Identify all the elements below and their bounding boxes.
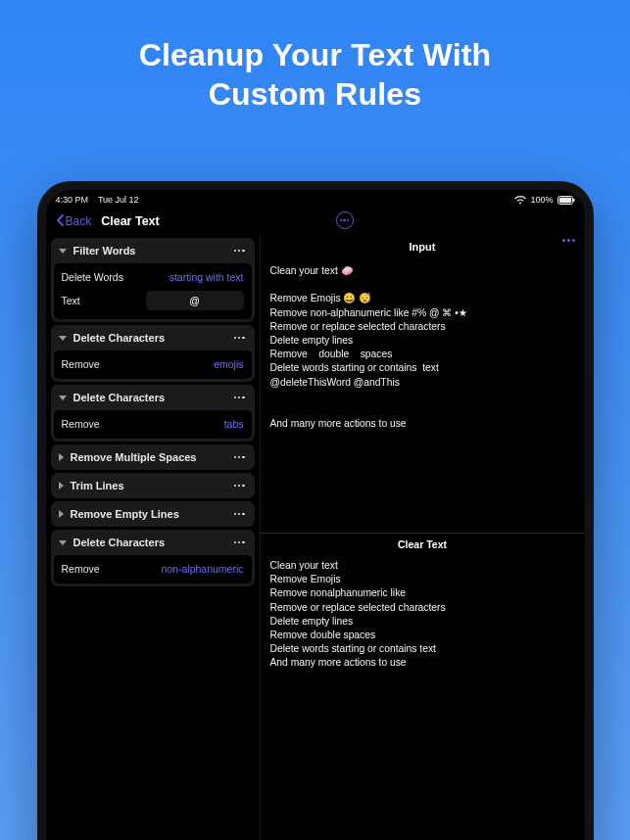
chevron-right-icon[interactable] [59, 482, 64, 490]
svg-rect-1 [558, 197, 570, 202]
rule-row-label: Remove [62, 563, 100, 575]
rule-row-value[interactable]: tabs [224, 418, 244, 430]
input-text-area[interactable]: Clean your text 🧼 Remove Emojis 😀 😴 Remo… [261, 258, 585, 533]
rule-body: Removenon-alphanumeric [54, 555, 252, 583]
rule-card-header[interactable]: Delete Characters [51, 325, 255, 350]
rule-more-button[interactable] [232, 541, 247, 544]
back-button[interactable]: Back [56, 214, 92, 229]
rule-body: Removeemojis [54, 350, 252, 379]
nav-more-button[interactable] [336, 211, 354, 229]
rule-card: Trim Lines [51, 473, 255, 498]
rule-card-header[interactable]: Filter Words [51, 238, 255, 263]
rule-body: Removetabs [54, 410, 252, 439]
rule-row-label: Text [62, 295, 80, 306]
rule-title: Remove Empty Lines [71, 508, 225, 520]
rule-title: Delete Characters [73, 537, 225, 548]
rule-row-value[interactable]: non-alphanumeric [161, 563, 243, 575]
chevron-down-icon[interactable] [59, 249, 67, 254]
rule-card: Filter WordsDelete Wordsstarting with te… [51, 238, 255, 322]
output-text-area: Clean your text Remove Emojis Remove non… [261, 553, 585, 678]
promo-line-1: Cleanup Your Text With [139, 37, 492, 72]
rule-title: Remove Multiple Spaces [71, 451, 225, 463]
rule-more-button[interactable] [232, 485, 247, 488]
chevron-down-icon[interactable] [59, 540, 67, 545]
battery-full-icon [557, 196, 575, 205]
rule-more-button[interactable] [232, 250, 247, 253]
rule-card-header[interactable]: Delete Characters [51, 530, 255, 555]
input-header: Input [261, 235, 585, 258]
input-title: Input [410, 241, 436, 253]
rule-row-label: Delete Words [62, 271, 123, 283]
nav-bar: Back Clear Text [46, 208, 585, 235]
rule-card-header[interactable]: Trim Lines [51, 473, 255, 498]
rule-row-value[interactable]: starting with text [170, 271, 244, 283]
rule-row: Text@ [62, 291, 244, 310]
rule-card: Remove Empty Lines [51, 501, 255, 527]
rule-card: Delete CharactersRemovenon-alphanumeric [51, 530, 255, 586]
chevron-left-icon [56, 214, 64, 229]
rule-card: Delete CharactersRemovetabs [51, 385, 255, 442]
rule-card-header[interactable]: Remove Empty Lines [51, 501, 255, 527]
status-date: Tue Jul 12 [98, 195, 139, 205]
tablet-frame: 4:30 PM Tue Jul 12 100% Back [37, 181, 594, 840]
rule-title: Trim Lines [71, 480, 225, 491]
rule-more-button[interactable] [232, 397, 247, 399]
rule-row: Delete Wordsstarting with text [62, 271, 244, 283]
rule-text-input[interactable]: @ [146, 291, 244, 310]
rule-card: Remove Multiple Spaces [51, 444, 255, 470]
status-bar: 4:30 PM Tue Jul 12 100% [46, 190, 585, 208]
status-time: 4:30 PM [56, 195, 89, 205]
rule-row: Removeemojis [62, 358, 244, 370]
rule-more-button[interactable] [232, 337, 247, 340]
wifi-icon [514, 196, 526, 205]
main-pane: Input Clean your text 🧼 Remove Emojis 😀 … [261, 235, 585, 840]
rule-title: Filter Words [73, 245, 225, 257]
input-more-button[interactable] [562, 239, 575, 242]
content-split: Filter WordsDelete Wordsstarting with te… [46, 235, 585, 840]
svg-rect-2 [573, 198, 575, 202]
chevron-down-icon[interactable] [59, 336, 67, 341]
rule-card-header[interactable]: Delete Characters [51, 385, 255, 410]
promo-title: Cleanup Your Text With Custom Rules [0, 0, 630, 141]
promo-line-2: Custom Rules [209, 76, 422, 112]
chevron-down-icon[interactable] [59, 396, 67, 400]
chevron-right-icon[interactable] [59, 510, 64, 518]
rules-sidebar[interactable]: Filter WordsDelete Wordsstarting with te… [46, 235, 261, 840]
battery-percent: 100% [530, 195, 553, 205]
rule-row-label: Remove [62, 358, 100, 370]
rule-body: Delete Wordsstarting with textText@ [54, 263, 252, 319]
rule-row-label: Remove [62, 418, 100, 430]
output-title: Clear Text [261, 533, 585, 553]
tablet-screen: 4:30 PM Tue Jul 12 100% Back [46, 190, 585, 840]
rule-row-value[interactable]: emojis [214, 358, 243, 370]
ellipsis-circle-icon [340, 219, 349, 221]
chevron-right-icon[interactable] [59, 453, 64, 461]
rule-more-button[interactable] [232, 456, 247, 459]
rule-row: Removenon-alphanumeric [62, 563, 244, 575]
nav-title: Clear Text [101, 214, 160, 228]
back-label: Back [66, 214, 92, 228]
rule-card-header[interactable]: Remove Multiple Spaces [51, 444, 255, 470]
status-left: 4:30 PM Tue Jul 12 [56, 195, 139, 205]
rule-more-button[interactable] [232, 513, 247, 516]
status-right: 100% [514, 195, 574, 205]
rule-card: Delete CharactersRemoveemojis [51, 325, 255, 382]
rule-title: Delete Characters [73, 392, 225, 403]
rule-title: Delete Characters [73, 332, 225, 344]
rule-row: Removetabs [62, 418, 244, 430]
